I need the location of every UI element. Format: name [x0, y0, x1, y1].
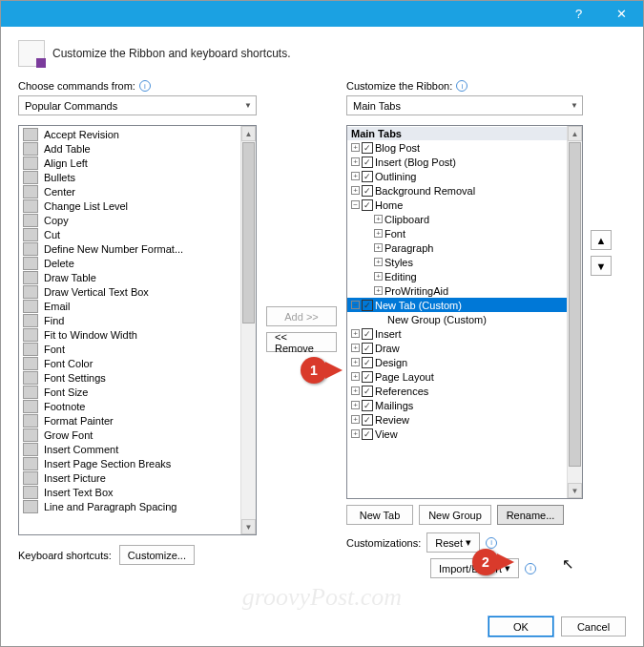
list-item[interactable]: Grow Font: [19, 428, 256, 442]
info-icon[interactable]: i: [525, 563, 536, 574]
info-icon[interactable]: i: [486, 537, 497, 549]
list-item[interactable]: Insert Comment: [19, 442, 256, 456]
remove-button[interactable]: << Remove: [266, 332, 337, 352]
callout-2: 2: [472, 549, 499, 575]
add-button[interactable]: Add >>: [266, 306, 337, 326]
list-item[interactable]: Footnote: [19, 399, 256, 413]
tree-item[interactable]: +Styles: [347, 255, 582, 269]
commands-from-dropdown[interactable]: Popular Commands▼: [18, 95, 257, 115]
reset-dropdown[interactable]: Reset ▾: [426, 532, 480, 553]
ok-button[interactable]: OK: [488, 616, 553, 637]
command-icon: [23, 214, 38, 227]
command-icon: [23, 271, 38, 284]
ribbon-tree[interactable]: Main Tabs+✓Blog Post+✓Insert (Blog Post)…: [346, 125, 583, 499]
list-item[interactable]: Accept Revision: [19, 127, 256, 141]
customize-keyboard-button[interactable]: Customize...: [119, 545, 195, 565]
tree-item[interactable]: +✓Review: [347, 412, 582, 427]
tree-item[interactable]: +✓View: [347, 427, 582, 441]
titlebar: ? ✕: [1, 1, 643, 27]
list-item[interactable]: Delete: [19, 256, 256, 270]
list-item[interactable]: Font Settings: [19, 370, 256, 385]
command-icon: [23, 257, 38, 270]
new-tab-button[interactable]: New Tab: [346, 505, 413, 525]
list-item[interactable]: Email: [19, 299, 256, 313]
command-icon: [23, 314, 38, 327]
customizations-label: Customizations:: [346, 537, 421, 549]
scrollbar[interactable]: ▲ ▼: [240, 126, 256, 534]
command-icon: [23, 300, 38, 313]
move-down-button[interactable]: ▼: [591, 256, 612, 276]
callout-1: 1: [301, 357, 327, 384]
header-text: Customize the Ribbon and keyboard shortc…: [52, 47, 290, 60]
command-icon: [23, 142, 38, 156]
list-item[interactable]: Change List Level▸|: [19, 198, 256, 213]
list-item[interactable]: Insert Picture: [19, 470, 256, 485]
command-icon: [23, 386, 38, 399]
tree-item[interactable]: +Font: [347, 226, 582, 240]
list-item[interactable]: Fit to Window Width: [19, 327, 256, 342]
tree-item[interactable]: −✓New Tab (Custom): [347, 298, 582, 312]
command-icon: [23, 471, 38, 485]
list-item[interactable]: Line and Paragraph Spacing▸|: [19, 499, 256, 513]
list-item[interactable]: Format Painter: [19, 413, 256, 428]
ribbon-icon: [18, 40, 45, 67]
command-icon: [23, 371, 38, 385]
tree-item[interactable]: +✓Draw: [347, 341, 582, 355]
command-icon: [23, 185, 38, 198]
tree-item[interactable]: +✓Background Removal: [347, 183, 582, 198]
rename-button[interactable]: Rename...: [497, 505, 564, 525]
tree-item[interactable]: +Paragraph: [347, 240, 582, 255]
cursor-icon: ↖: [562, 555, 574, 573]
command-icon: [23, 199, 38, 213]
customize-ribbon-label: Customize the Ribbon:: [346, 80, 452, 92]
info-icon[interactable]: i: [139, 80, 151, 92]
cancel-button[interactable]: Cancel: [561, 616, 626, 637]
tree-item[interactable]: +✓Insert (Blog Post): [347, 155, 582, 169]
list-item[interactable]: Define New Number Format...: [19, 241, 256, 256]
list-item[interactable]: Cut: [19, 227, 256, 241]
list-item[interactable]: Align Left: [19, 156, 256, 170]
keyboard-shortcuts-label: Keyboard shortcuts:: [18, 550, 112, 561]
list-item[interactable]: Font Color: [19, 356, 256, 370]
watermark: groovyPost.com: [1, 583, 643, 612]
list-item[interactable]: Copy: [19, 213, 256, 227]
command-icon: [23, 457, 38, 470]
tree-item[interactable]: +Clipboard: [347, 212, 582, 226]
tree-item[interactable]: +✓References: [347, 384, 582, 398]
command-icon: [23, 357, 38, 370]
command-icon: [23, 414, 38, 428]
command-icon: [23, 400, 38, 413]
tree-item[interactable]: +Editing: [347, 269, 582, 283]
tree-item[interactable]: +✓Page Layout: [347, 369, 582, 384]
scrollbar[interactable]: ▲ ▼: [567, 126, 582, 498]
tree-item[interactable]: +ProWritingAid: [347, 283, 582, 298]
tree-item[interactable]: +✓Design: [347, 355, 582, 369]
info-icon[interactable]: i: [456, 80, 467, 92]
ribbon-scope-dropdown[interactable]: Main Tabs▼: [346, 95, 583, 115]
list-item[interactable]: Bullets▸|: [19, 170, 256, 184]
commands-listbox[interactable]: Accept RevisionAdd TableAlign LeftBullet…: [18, 125, 257, 535]
tree-item[interactable]: −✓Home: [347, 198, 582, 212]
tree-item[interactable]: +✓Outlining: [347, 169, 582, 183]
command-icon: [23, 228, 38, 241]
list-item[interactable]: Add Table: [19, 141, 256, 156]
move-up-button[interactable]: ▲: [591, 230, 612, 250]
new-group-button[interactable]: New Group: [419, 505, 491, 525]
list-item[interactable]: Draw Table: [19, 270, 256, 284]
list-item[interactable]: Draw Vertical Text Box: [19, 284, 256, 299]
command-icon: [23, 343, 38, 356]
list-item[interactable]: Center: [19, 184, 256, 198]
command-icon: [23, 328, 38, 342]
tree-header: Main Tabs: [347, 127, 582, 140]
tree-item[interactable]: +✓Mailings: [347, 398, 582, 412]
list-item[interactable]: Insert Page Section Breaks▸|: [19, 456, 256, 470]
command-icon: [23, 157, 38, 170]
tree-item[interactable]: +✓Blog Post: [347, 140, 582, 155]
list-item[interactable]: Find: [19, 313, 256, 327]
tree-item[interactable]: New Group (Custom): [347, 312, 582, 326]
tree-item[interactable]: +✓Insert: [347, 326, 582, 341]
list-item[interactable]: Font▸|: [19, 342, 256, 356]
list-item[interactable]: Insert Text Box: [19, 485, 256, 499]
list-item[interactable]: Font Size▸|: [19, 385, 256, 399]
command-icon: [23, 128, 38, 141]
